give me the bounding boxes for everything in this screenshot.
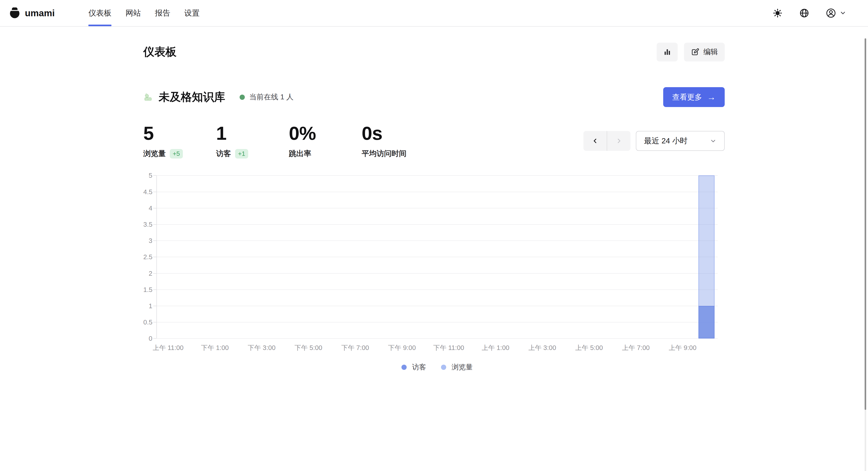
date-range-dropdown[interactable]: 最近 24 小时 [636,131,725,151]
y-axis-label: 2 [143,270,152,277]
chevron-down-icon [839,9,846,17]
stat-change-badge: +1 [235,149,248,159]
chart-legend: 访客浏览量 [156,362,718,372]
chart-view-button[interactable] [657,43,678,61]
nav-item-settings[interactable]: 设置 [177,0,207,26]
gridline [157,192,718,192]
scrollbar-thumb[interactable] [865,38,866,410]
edit-button[interactable]: 编辑 [684,43,725,61]
stat-label: 访客 [216,148,231,159]
x-axis-label: 上午 11:00 [143,343,193,352]
stat-value: 1 [216,123,289,144]
stat-change-badge: +5 [170,149,183,159]
y-tick [153,273,156,274]
bar-访客[interactable] [699,306,715,338]
gridline [157,273,718,274]
next-period-button[interactable] [607,131,630,151]
y-axis-label: 5 [143,172,152,179]
sun-icon [773,8,782,18]
online-dot-icon [240,95,245,100]
legend-item[interactable]: 访客 [401,362,426,372]
page-title: 仪表板 [143,44,177,59]
navbar: umami 仪表板 网站 报告 设置 [0,0,868,27]
edit-icon [691,48,700,56]
x-axis-label: 上午 1:00 [471,343,520,352]
legend-dot-icon [441,365,446,370]
prev-period-button[interactable] [583,131,607,151]
x-axis-label: 上午 7:00 [611,343,661,352]
x-axis-label: 上午 5:00 [564,343,614,352]
nav-menu: 仪表板 网站 报告 设置 [81,0,207,26]
y-tick [153,192,156,192]
y-axis-label: 1 [143,303,152,309]
y-axis-label: 3 [143,237,152,244]
umami-logo-icon [9,7,20,19]
x-axis-label: 上午 3:00 [518,343,567,352]
date-pager [583,131,630,151]
legend-item[interactable]: 浏览量 [441,362,473,372]
user-icon [826,8,836,18]
stat-visitors: 1 访客 +1 [216,123,289,159]
profile-menu-button[interactable] [824,6,848,20]
legend-dot-icon [401,365,407,370]
nav-item-websites[interactable]: 网站 [119,0,148,26]
chevron-down-icon [710,137,717,144]
page-header: 仪表板 编辑 [143,42,725,61]
gridline [157,322,718,323]
gridline [157,208,718,208]
y-axis-label: 4 [143,205,152,211]
chevron-left-icon [592,137,599,144]
online-status: 当前在线 1 人 [240,92,293,102]
y-tick [153,224,156,225]
chart-plot[interactable] [156,175,718,338]
globe-icon [799,8,809,18]
online-text: 当前在线 1 人 [249,92,293,102]
y-tick [153,322,156,323]
stat-value: 0% [289,123,362,144]
x-axis-label: 下午 11:00 [424,343,473,352]
date-controls: 最近 24 小时 [583,131,725,151]
header-actions: 编辑 [657,43,725,61]
view-more-button[interactable]: 查看更多 → [663,87,725,107]
website-header: 未及格知识库 当前在线 1 人 查看更多 → [143,87,725,107]
website-name: 未及格知识库 [159,90,225,105]
scrollbar-track[interactable] [865,410,866,471]
y-axis-label: 0.5 [143,319,152,326]
x-axis-label: 上午 9:00 [658,343,708,352]
y-tick [153,306,156,306]
y-axis-label: 2.5 [143,254,152,260]
y-tick [153,175,156,176]
y-tick [153,338,156,339]
stat-label: 跳出率 [289,148,311,159]
x-axis-label: 下午 1:00 [190,343,240,352]
chevron-right-icon [615,137,622,144]
traffic-chart: 00.511.522.533.544.55上午 11:00下午 1:00下午 3… [143,175,725,379]
website-favicon-icon [143,92,153,102]
stat-label: 浏览量 [143,148,166,159]
y-axis-label: 1.5 [143,286,152,293]
y-axis-label: 3.5 [143,221,152,228]
y-tick [153,240,156,241]
x-axis-label: 下午 5:00 [283,343,333,352]
stat-avg-visit-time: 0s 平均访问时间 [362,123,406,159]
nav-item-dashboard[interactable]: 仪表板 [81,0,119,26]
theme-toggle-button[interactable] [771,6,784,20]
stat-pageviews: 5 浏览量 +5 [143,123,216,159]
stat-value: 0s [362,123,406,144]
y-axis-label: 4.5 [143,189,152,195]
stat-bounce-rate: 0% 跳出率 [289,123,362,159]
nav-item-reports[interactable]: 报告 [148,0,177,26]
gridline [157,257,718,257]
y-tick [153,257,156,257]
stat-value: 5 [143,123,216,144]
view-more-label: 查看更多 [672,92,702,102]
date-range-label: 最近 24 小时 [644,136,688,146]
stats-row: 5 浏览量 +5 1 访客 +1 0% 跳出率 0s 平均访问时间 [143,123,725,159]
y-tick [153,208,156,208]
stat-label: 平均访问时间 [362,148,406,159]
gridline [157,175,718,176]
brand[interactable]: umami [9,7,55,19]
x-axis-label: 下午 7:00 [330,343,380,352]
edit-button-label: 编辑 [704,47,718,57]
language-button[interactable] [798,6,811,20]
